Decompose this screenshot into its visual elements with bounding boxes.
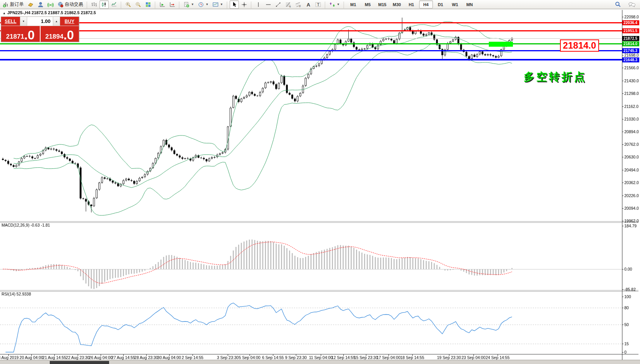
- timeframe-m15[interactable]: M15: [376, 0, 389, 8]
- time-axis-label: 15 Sep 23:30: [354, 355, 378, 360]
- volume-input[interactable]: [27, 17, 53, 26]
- community-icon: [38, 2, 44, 8]
- toolbar-separator: [178, 1, 181, 8]
- trendline-button[interactable]: [274, 0, 283, 9]
- one-click-trade-panel: SELL ▼ ▲ BUY 21871.0 21894.0: [1, 16, 79, 42]
- bid-price-line[interactable]: [0, 38, 622, 39]
- macd-label: MACD(12,26,9) -0.63 -1.81: [2, 223, 50, 227]
- horizontal-line-button[interactable]: [264, 0, 273, 9]
- rsi-tick-label: 100: [624, 294, 631, 299]
- macd-tick-label: -85.82: [624, 287, 636, 292]
- toolbar-separator: [343, 1, 345, 8]
- sell-price-button[interactable]: 21871.0: [1, 26, 40, 42]
- periods-button[interactable]: ▼: [196, 0, 210, 9]
- buy-button[interactable]: BUY: [60, 17, 79, 26]
- pivot-highlight-bar[interactable]: [489, 42, 513, 47]
- zoom-out-button[interactable]: [134, 0, 143, 9]
- search-icon: [614, 1, 621, 8]
- tiles-icon: [145, 2, 151, 8]
- channel-icon: F: [295, 2, 301, 8]
- trendline-icon: [275, 2, 281, 8]
- auto-trading-button[interactable]: 自动交易: [56, 0, 85, 9]
- chart-title-text: JPN225-,H4 21872.5 21887.5 21862.5 21872…: [7, 10, 96, 15]
- vertical-line-button[interactable]: [254, 0, 263, 9]
- templates-button[interactable]: ▼: [211, 0, 225, 9]
- timeframe-m30[interactable]: M30: [390, 0, 404, 8]
- time-axis-label: 20 Aug 04:00: [20, 355, 43, 360]
- time-axis-label: 12 Sep 14:55: [331, 355, 355, 360]
- timeframe-mn[interactable]: MN: [463, 0, 477, 8]
- line-icon: [111, 2, 117, 8]
- community-button[interactable]: [36, 0, 45, 9]
- price-tick-label: 22098.0: [624, 15, 639, 19]
- support-line-upper[interactable]: [0, 50, 622, 51]
- vline-icon: [255, 2, 261, 8]
- tile-windows-button[interactable]: [144, 0, 153, 9]
- channels-button[interactable]: F: [294, 0, 303, 9]
- resistance-line-lower[interactable]: [0, 30, 622, 31]
- toolbar-separator: [86, 1, 88, 8]
- chart-canvas[interactable]: [0, 0, 640, 364]
- rsi-tick-label: 0: [624, 350, 627, 354]
- macd-tick-label: 0.00: [624, 267, 632, 271]
- pivot-annotation-text[interactable]: 多空转折点: [524, 70, 587, 84]
- cursor-button[interactable]: [230, 0, 239, 9]
- sell-button[interactable]: SELL: [1, 17, 20, 26]
- timeframe-w1[interactable]: W1: [448, 0, 462, 8]
- auto-scroll-button[interactable]: [158, 0, 167, 9]
- timeframe-h4[interactable]: H4: [419, 0, 433, 8]
- support-line-lower[interactable]: [0, 59, 622, 60]
- new-order-icon: [3, 2, 9, 8]
- price-tick-label: 21030.0: [624, 117, 639, 121]
- timeframe-m5[interactable]: M5: [361, 0, 375, 8]
- arrows-button[interactable]: ▼: [328, 0, 341, 9]
- time-axis-label: 18 Sep 14:55: [400, 355, 424, 360]
- bars-chart-button[interactable]: [90, 0, 99, 9]
- sell-price-decimal: .0: [24, 30, 35, 41]
- chevron-down-icon[interactable]: ▼: [206, 3, 209, 6]
- text-button[interactable]: A: [304, 0, 313, 9]
- zoom-in-button[interactable]: [124, 0, 133, 9]
- new-chart-button[interactable]: ▼: [182, 0, 196, 9]
- toolbar-separator: [226, 1, 229, 8]
- window-collapse-icon[interactable]: ▲: [3, 11, 6, 15]
- signals-button[interactable]: [46, 0, 55, 9]
- resistance-line-upper[interactable]: [0, 22, 622, 23]
- pivot-level-line[interactable]: [0, 43, 622, 44]
- sell-price-main: 21871: [6, 33, 24, 41]
- chevron-down-icon[interactable]: ▼: [220, 3, 223, 6]
- template-icon: [212, 2, 219, 8]
- time-axis-label: 8 Aug 2019: [0, 355, 19, 360]
- line-chart-button[interactable]: [109, 0, 119, 9]
- timeframe-h1[interactable]: H1: [405, 0, 418, 8]
- price-tick-label: 21162.0: [624, 104, 638, 109]
- timeframe-d1[interactable]: D1: [434, 0, 447, 8]
- svg-text:T: T: [317, 2, 320, 7]
- new-chart-icon: [183, 2, 189, 8]
- volume-increase-button[interactable]: ▲: [53, 17, 60, 26]
- label-button[interactable]: T: [313, 0, 323, 9]
- chat-button[interactable]: [627, 0, 637, 9]
- rsi-tick-label: 50: [624, 322, 629, 327]
- crosshair-button[interactable]: [240, 0, 249, 9]
- toolbar-separator: [120, 1, 122, 8]
- mt4-window: 新订单自动交易▼▼▼EFAT▼M1M5M15M30H1H4D1W1MN ▲JPN…: [0, 0, 640, 364]
- mailbox-button[interactable]: [26, 0, 35, 9]
- candles-chart-button[interactable]: [100, 0, 109, 9]
- svg-text:E: E: [289, 5, 291, 8]
- buy-price-decimal: .0: [64, 30, 74, 41]
- fibonacci-button[interactable]: E: [284, 0, 293, 9]
- time-axis-label: 9 Sep 23:30: [285, 355, 307, 360]
- chat-icon: [628, 2, 636, 8]
- timeframe-m1[interactable]: M1: [346, 0, 360, 8]
- search-button[interactable]: [613, 0, 623, 9]
- chevron-down-icon[interactable]: ▼: [337, 3, 340, 6]
- time-axis-label: 28 Aug 23:30: [134, 355, 158, 360]
- chart-shift-button[interactable]: [168, 0, 177, 9]
- chevron-down-icon[interactable]: ▼: [191, 3, 194, 6]
- fibo-icon: E: [285, 2, 291, 8]
- new-order-button[interactable]: 新订单: [1, 0, 25, 9]
- pivot-price-callout[interactable]: 21814.0: [560, 39, 599, 52]
- volume-decrease-button[interactable]: ▼: [20, 17, 27, 26]
- buy-price-button[interactable]: 21894.0: [41, 26, 79, 42]
